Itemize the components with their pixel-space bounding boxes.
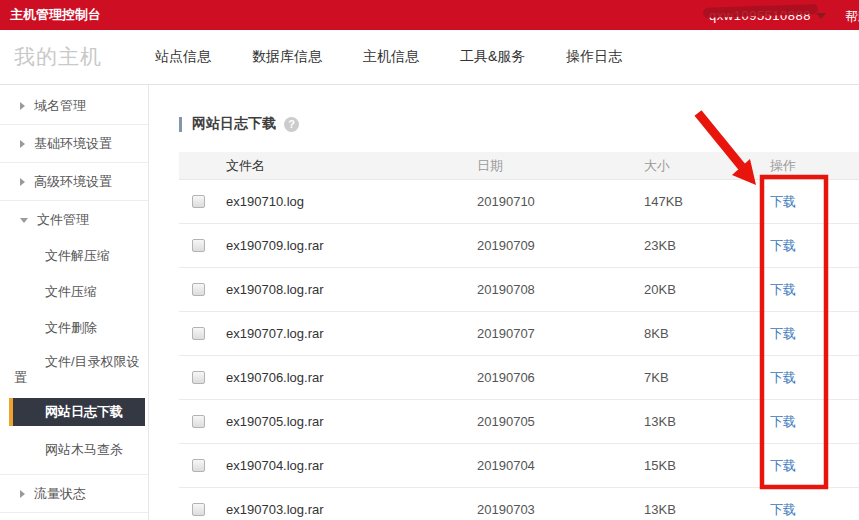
table-row: ex190705.log.rar2019070513KB下载 <box>179 400 859 444</box>
app-title: 主机管理控制台 <box>10 6 101 24</box>
nav-tab[interactable]: 站点信息 <box>155 48 211 66</box>
row-checkbox[interactable] <box>192 283 205 296</box>
action-cell: 下载 <box>769 501 849 519</box>
file-name: ex190710.log <box>226 194 477 209</box>
section-header: 网站日志下载 ? <box>179 116 859 132</box>
download-link[interactable]: 下载 <box>770 414 796 429</box>
sidebar-group: 文件管理文件解压缩文件压缩文件删除文件/目录权限设置网站日志下载网站木马查杀 <box>0 201 148 475</box>
content-layout: 域名管理基础环境设置高级环境设置文件管理文件解压缩文件压缩文件删除文件/目录权限… <box>0 85 859 520</box>
file-name: ex190703.log.rar <box>226 502 477 517</box>
file-size: 15KB <box>639 458 769 473</box>
file-date: 20190709 <box>477 238 639 253</box>
file-size: 13KB <box>639 414 769 429</box>
download-link[interactable]: 下载 <box>770 502 796 517</box>
download-link[interactable]: 下载 <box>770 194 796 209</box>
file-size: 13KB <box>639 502 769 517</box>
table-header: 文件名 日期 大小 操作 <box>179 152 859 180</box>
section-title: 网站日志下载 <box>192 115 276 133</box>
file-size: 147KB <box>639 194 769 209</box>
nav-tab[interactable]: 数据库信息 <box>252 48 322 66</box>
chevron-right-icon <box>20 102 25 110</box>
chevron-right-icon <box>20 178 25 186</box>
user-menu[interactable]: qxw1095510888 <box>709 0 826 30</box>
sidebar-group: 域名管理 <box>0 87 148 125</box>
checkbox-cell <box>179 459 226 472</box>
row-checkbox[interactable] <box>192 239 205 252</box>
sidebar-group: 基础环境设置 <box>0 125 148 163</box>
action-cell: 下载 <box>769 237 849 255</box>
table-row: ex190703.log.rar2019070313KB下载 <box>179 488 859 520</box>
file-date: 20190705 <box>477 414 639 429</box>
checkbox-cell <box>179 371 226 384</box>
chevron-down-icon <box>20 218 28 223</box>
file-date: 20190708 <box>477 282 639 297</box>
nav-tab[interactable]: 操作日志 <box>566 48 622 66</box>
file-name: ex190708.log.rar <box>226 282 477 297</box>
sidebar-item-label: 基础环境设置 <box>34 135 112 153</box>
column-header-filename: 文件名 <box>226 152 477 179</box>
sidebar-item-label: 流量状态 <box>34 485 86 503</box>
sidebar: 域名管理基础环境设置高级环境设置文件管理文件解压缩文件压缩文件删除文件/目录权限… <box>0 85 149 520</box>
title-accent-bar <box>179 117 182 132</box>
action-cell: 下载 <box>769 281 849 299</box>
download-link[interactable]: 下载 <box>770 326 796 341</box>
action-cell: 下载 <box>769 369 849 387</box>
column-header-action: 操作 <box>769 152 849 179</box>
row-checkbox[interactable] <box>192 459 205 472</box>
file-name: ex190707.log.rar <box>226 326 477 341</box>
checkbox-cell <box>179 283 226 296</box>
table-row: ex190706.log.rar201907067KB下载 <box>179 356 859 400</box>
file-date: 20190704 <box>477 458 639 473</box>
checkbox-cell <box>179 503 226 516</box>
checkbox-cell <box>179 415 226 428</box>
sidebar-item[interactable]: 基础环境设置 <box>0 125 148 162</box>
chevron-right-icon <box>20 490 25 498</box>
file-name: ex190709.log.rar <box>226 238 477 253</box>
sidebar-subitem[interactable]: 文件压缩 <box>0 274 148 310</box>
help-link[interactable]: 帮助 <box>845 8 859 26</box>
file-name: ex190705.log.rar <box>226 414 477 429</box>
top-bar: 主机管理控制台 qxw1095510888 帮助 <box>0 0 859 30</box>
nav-tabs: 站点信息数据库信息主机信息工具&服务操作日志 <box>155 48 622 66</box>
table-row: ex190707.log.rar201907078KB下载 <box>179 312 859 356</box>
column-header-date: 日期 <box>477 152 639 179</box>
sidebar-subitem[interactable]: 文件解压缩 <box>0 238 148 274</box>
sidebar-group: 流量状态 <box>0 475 148 513</box>
file-size: 20KB <box>639 282 769 297</box>
nav-tab[interactable]: 工具&服务 <box>460 48 525 66</box>
sidebar-item[interactable]: 高级环境设置 <box>0 163 148 200</box>
file-size: 8KB <box>639 326 769 341</box>
table-row: ex190704.log.rar2019070415KB下载 <box>179 444 859 488</box>
download-link[interactable]: 下载 <box>770 238 796 253</box>
action-cell: 下载 <box>769 413 849 431</box>
download-link[interactable]: 下载 <box>770 458 796 473</box>
row-checkbox[interactable] <box>192 415 205 428</box>
page-title: 我的主机 <box>14 43 102 71</box>
file-name: ex190704.log.rar <box>226 458 477 473</box>
sidebar-item[interactable]: 流量状态 <box>0 475 148 512</box>
sidebar-item[interactable]: 文件管理 <box>0 201 148 238</box>
sidebar-subitem[interactable]: 网站日志下载 <box>9 398 145 426</box>
file-date: 20190703 <box>477 502 639 517</box>
table-row: ex190709.log.rar2019070923KB下载 <box>179 224 859 268</box>
sidebar-item-label: 高级环境设置 <box>34 173 112 191</box>
file-size: 23KB <box>639 238 769 253</box>
chevron-right-icon <box>20 140 25 148</box>
header-checkbox-column <box>179 152 226 179</box>
chevron-down-icon <box>816 13 826 19</box>
row-checkbox[interactable] <box>192 327 205 340</box>
sidebar-subitem[interactable]: 文件删除 <box>0 310 148 346</box>
row-checkbox[interactable] <box>192 195 205 208</box>
sidebar-subitem[interactable]: 网站木马查杀 <box>0 432 148 468</box>
row-checkbox[interactable] <box>192 503 205 516</box>
sidebar-group: 高级环境设置 <box>0 163 148 201</box>
help-icon[interactable]: ? <box>284 117 299 132</box>
download-link[interactable]: 下载 <box>770 370 796 385</box>
sidebar-item[interactable]: 域名管理 <box>0 87 148 124</box>
sidebar-subitem[interactable]: 文件/目录权限设置 <box>0 346 146 390</box>
file-date: 20190706 <box>477 370 639 385</box>
action-cell: 下载 <box>769 193 849 211</box>
row-checkbox[interactable] <box>192 371 205 384</box>
download-link[interactable]: 下载 <box>770 282 796 297</box>
nav-tab[interactable]: 主机信息 <box>363 48 419 66</box>
